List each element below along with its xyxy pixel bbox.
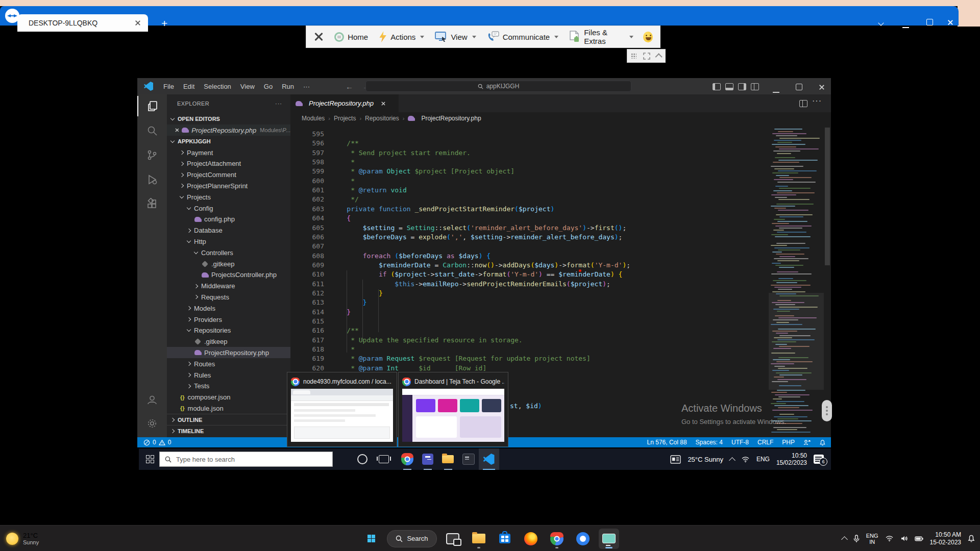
screen-share-icon[interactable] [599,529,619,549]
explorer-icon[interactable] [137,96,167,116]
microsoft-store-icon[interactable] [495,529,515,549]
remote-notification-icon[interactable]: 6 [814,455,824,464]
menu-selection[interactable]: Selection [199,78,235,94]
chrome-icon[interactable] [397,448,418,470]
cursor-position[interactable]: Ln 576, Col 88 [647,439,687,446]
minimap[interactable] [769,124,824,437]
remote-clock[interactable]: 10:50 15/02/2023 [776,452,807,466]
tree-item-controllers[interactable]: Controllers [167,247,290,258]
account-icon[interactable] [137,390,167,410]
remote-hidden-icons-chevron[interactable] [729,457,736,464]
window-maximize-icon[interactable] [926,19,933,26]
search-icon[interactable] [137,120,167,141]
split-editor-icon[interactable] [799,100,807,107]
toolbar-item-home[interactable]: Home [331,26,371,47]
vscode-icon[interactable] [479,448,499,470]
timeline-section[interactable]: TIMELINE [167,425,290,437]
tree-item--gitkeep[interactable]: .gitkeep [167,258,290,269]
close-tab-icon[interactable] [381,101,385,106]
preview-card-2[interactable]: Dashboard | Teja Tech - Google ... [398,372,508,447]
file-explorer-icon[interactable] [438,448,458,470]
warnings-icon[interactable] [159,439,165,446]
tree-item-config-php[interactable]: config.php [167,214,290,225]
menu-go[interactable]: Go [259,78,277,94]
host-clock[interactable]: 10:50 AM 15-02-2023 [930,531,961,546]
source-control-icon[interactable] [137,145,167,165]
widgets-news-icon[interactable] [670,455,681,464]
breadcrumb-item[interactable]: ProjectRepository.php [421,115,481,122]
tree-item-middleware[interactable]: Middleware [167,281,290,292]
tree-item-routes[interactable]: Routes [167,358,290,369]
live-share-icon[interactable] [803,439,811,446]
toolbar-item-communicate[interactable]: Communicate [484,26,562,47]
tree-item-module-json[interactable]: {}module.json [167,403,290,414]
monitor-grid-icon[interactable] [631,53,636,59]
breadcrumb-item[interactable]: Modules [302,115,325,122]
vscode-minimize-icon[interactable] [773,92,779,93]
screen-edge-handle[interactable] [822,400,832,421]
notifications-bell-icon[interactable] [819,439,826,446]
teams-icon[interactable] [418,448,438,470]
session-tab-close-icon[interactable] [135,20,141,26]
menu-[interactable]: ··· [299,78,314,94]
toggle-panel-icon[interactable] [725,83,733,90]
volume-icon[interactable] [900,535,908,542]
preview-thumbnail[interactable] [402,389,504,442]
extensions-icon[interactable] [137,194,167,214]
remote-search-box[interactable]: Type here to search [159,452,333,467]
tree-item-tests[interactable]: Tests [167,381,290,392]
run-debug-icon[interactable] [137,169,167,190]
explorer-more-actions[interactable]: ··· [275,101,282,107]
tree-item-repositories[interactable]: Repositories [167,325,290,336]
session-tab[interactable]: DESKTOP-9LLQBKQ [17,14,148,32]
host-language-indicator[interactable]: ENG IN [866,533,878,545]
open-editor-item[interactable]: ProjectRepository.php Modules\P... [167,124,290,136]
toggle-secondary-sidebar-icon[interactable] [738,83,746,90]
wifi-icon[interactable] [885,535,894,542]
language-mode[interactable]: PHP [782,439,795,446]
tree-item-projectcomment[interactable]: ProjectComment [167,169,290,181]
outline-section[interactable]: OUTLINE [167,414,290,425]
breadcrumb-item[interactable]: Repositories [365,115,399,122]
remote-language[interactable]: ENG [756,456,770,463]
new-session-tab-button[interactable]: + [161,17,167,30]
cortana-icon[interactable] [357,454,368,464]
microphone-icon[interactable] [853,535,860,543]
remote-task-view-icon[interactable] [379,455,389,463]
window-minimize-icon[interactable] [902,27,909,28]
menu-view[interactable]: View [236,78,259,94]
tree-item-http[interactable]: Http [167,236,290,247]
collapse-toolbar-icon[interactable] [655,53,662,60]
editor-more-actions[interactable]: ··· [812,96,822,106]
bell-icon[interactable] [968,535,975,542]
workspace-section[interactable]: APPKIJGGH [167,136,290,147]
tree-item-config[interactable]: Config [167,203,290,214]
host-search-button[interactable]: Search [387,530,436,547]
breadcrumb-item[interactable]: Projects [334,115,356,122]
tree-item-projectattachment[interactable]: ProjectAttachment [167,158,290,169]
terminal-app-icon[interactable] [458,448,479,470]
eol-sequence[interactable]: CRLF [757,439,773,446]
chrome-icon[interactable] [547,529,567,549]
tree-item-database[interactable]: Database [167,225,290,236]
tree-item-providers[interactable]: Providers [167,314,290,325]
fullscreen-icon[interactable] [643,53,650,60]
preview-thumbnail[interactable] [291,389,393,442]
customize-layout-icon[interactable] [751,83,759,90]
feedback-smiley-icon[interactable] [643,32,653,42]
file-explorer-icon[interactable] [469,529,489,549]
toggle-sidebar-icon[interactable] [713,83,721,90]
remote-weather[interactable]: 25°C Sunny [688,456,723,463]
toolbar-item-actions[interactable]: Actions [376,26,427,47]
encoding[interactable]: UTF-8 [731,439,749,446]
tree-item-requests[interactable]: Requests [167,291,290,303]
editor-scrollbar[interactable] [824,124,831,437]
menu-edit[interactable]: Edit [179,78,199,94]
command-center-search[interactable]: appKIJGGH [365,81,631,92]
windows-start-icon[interactable] [361,529,381,549]
tree-item-composer-json[interactable]: {}composer.json [167,392,290,403]
errors-icon[interactable] [143,439,150,446]
menu-run[interactable]: Run [277,78,299,94]
indentation[interactable]: Spaces: 4 [696,439,723,446]
tree-item-models[interactable]: Models [167,303,290,314]
